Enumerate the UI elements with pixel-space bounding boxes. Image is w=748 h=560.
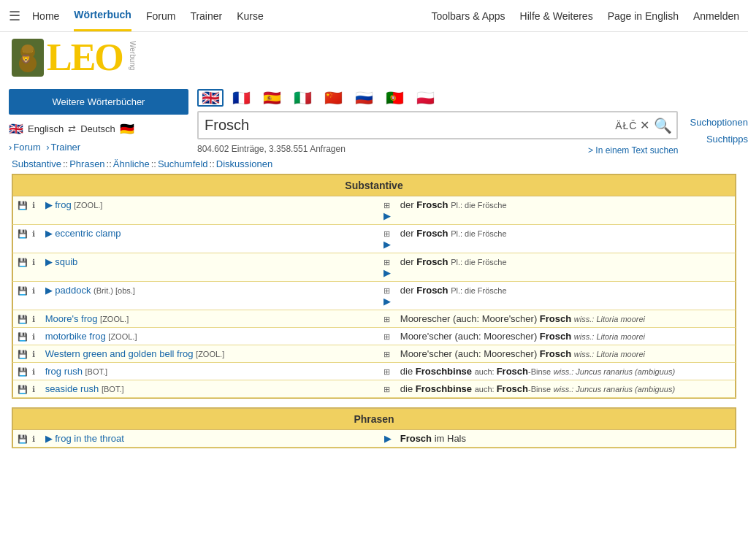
de-copy-icon[interactable]: ⊞ <box>383 350 390 358</box>
save-icon[interactable]: 💾 <box>18 258 28 266</box>
nav-worterbuch[interactable]: Wörterbuch <box>74 0 131 31</box>
flag-btn-fr[interactable]: 🇫🇷 <box>228 89 254 107</box>
de-copy-icon[interactable]: ⊞ <box>383 286 390 295</box>
info-icon[interactable]: ℹ <box>32 385 35 394</box>
table-row: 💾 ℹ ▶ squib ⊞ ▶ der Frosch Pl.: die Frös… <box>13 253 736 282</box>
weitere-worterbuch-button[interactable]: Weitere Wörterbücher <box>9 89 188 115</box>
flag-btn-pl[interactable]: 🇵🇱 <box>412 89 438 107</box>
en-word[interactable]: frog rush <box>45 366 83 377</box>
lang-to-label: Deutsch <box>80 123 115 134</box>
de-play-icon[interactable]: ▶ <box>383 239 391 250</box>
en-word[interactable]: seaside rush <box>45 383 99 394</box>
de-play-icon[interactable]: ▶ <box>383 296 391 307</box>
nav-english[interactable]: Page in English <box>608 10 679 22</box>
de-play-icon[interactable]: ▶ <box>383 267 391 278</box>
suchtipps-link[interactable]: Suchtipps <box>690 134 748 145</box>
de-copy-icon[interactable]: ⊞ <box>383 367 390 376</box>
nav-toolbars[interactable]: Toolbars & Apps <box>431 10 505 22</box>
flag-btn-ru[interactable]: 🇷🇺 <box>351 89 377 107</box>
info-icon[interactable]: ℹ <box>32 258 35 266</box>
info-icon[interactable]: ℹ <box>32 367 35 376</box>
tab-ahnliche[interactable]: Ähnliche <box>113 158 150 169</box>
flag-btn-en[interactable]: 🇬🇧 <box>197 89 224 107</box>
results-area: Substantive :: Phrasen :: Ähnliche :: Su… <box>0 158 748 469</box>
flag-btn-es[interactable]: 🇪🇸 <box>259 89 285 107</box>
save-icon[interactable]: 💾 <box>18 332 28 341</box>
table-row: 💾 ℹ seaside rush [BOT.] ⊞ die Froschbins… <box>13 380 736 398</box>
nav-hilfe[interactable]: Hilfe & Weiteres <box>520 10 593 22</box>
nav-forum[interactable]: Forum <box>146 1 175 31</box>
lion-icon: 🦁 <box>12 39 44 77</box>
de-play-icon[interactable]: ▶ <box>383 210 391 221</box>
en-word[interactable]: frog <box>55 199 71 210</box>
nav-home[interactable]: Home <box>32 1 59 31</box>
table-row: 💾 ℹ ▶ paddock (Brit.) [obs.] ⊞ ▶ der Fro… <box>13 282 736 310</box>
nav-trainer[interactable]: Trainer <box>190 1 222 31</box>
search-icon[interactable]: 🔍 <box>654 117 672 134</box>
play-icon[interactable]: ▶ <box>45 285 53 296</box>
info-icon[interactable]: ℹ <box>32 229 35 238</box>
table-row: 💾 ℹ ▶ frog [ZOOL.] ⊞ ▶ der Frosch P <box>13 196 736 225</box>
de-copy-icon[interactable]: ⊞ <box>383 258 390 266</box>
substantive-table: Substantive 💾 ℹ ▶ frog [ZOOL.] <box>12 174 736 398</box>
nav-kurse[interactable]: Kurse <box>237 1 264 31</box>
tab-substantive[interactable]: Substantive <box>12 158 61 169</box>
en-word[interactable]: paddock <box>55 285 91 296</box>
save-icon[interactable]: 💾 <box>18 367 28 376</box>
save-icon[interactable]: 💾 <box>18 201 28 210</box>
flag-btn-cn[interactable]: 🇨🇳 <box>320 89 346 107</box>
sidebar-trainer-link[interactable]: Trainer <box>50 142 80 153</box>
en-word[interactable]: motorbike frog <box>45 331 106 342</box>
play-icon[interactable]: ▶ <box>45 433 53 444</box>
save-icon[interactable]: 💾 <box>18 385 28 394</box>
search-input[interactable] <box>203 114 615 137</box>
en-phrase[interactable]: frog in the throat <box>55 433 124 444</box>
text-search-link[interactable]: > In einem Text suchen <box>588 145 679 156</box>
de-play-icon[interactable]: ▶ <box>384 433 392 444</box>
sidebar-forum-link[interactable]: Forum <box>13 142 41 153</box>
table-row: 💾 ℹ motorbike frog [ZOOL.] ⊞ Moore'scher… <box>13 328 736 345</box>
en-word[interactable]: squib <box>55 256 77 267</box>
flag-de: 🇩🇪 <box>120 122 134 136</box>
substantive-table-container: Substantive 💾 ℹ ▶ frog [ZOOL.] <box>12 174 736 399</box>
tab-phrasen[interactable]: Phrasen <box>69 158 104 169</box>
results-tabs: Substantive :: Phrasen :: Ähnliche :: Su… <box>12 158 736 169</box>
en-word[interactable]: eccentric clamp <box>55 228 121 239</box>
save-icon[interactable]: 💾 <box>18 350 28 358</box>
save-icon[interactable]: 💾 <box>18 434 28 443</box>
nav-right: Toolbars & Apps Hilfe & Weiteres Page in… <box>431 10 739 22</box>
de-copy-icon[interactable]: ⊞ <box>383 229 390 238</box>
en-word[interactable]: Western green and golden bell frog <box>45 348 194 359</box>
de-plural: Pl.: die Frösche <box>451 286 506 295</box>
table-row: 💾 ℹ ▶ eccentric clamp ⊞ ▶ der Frosch Pl.… <box>13 225 736 253</box>
tab-suchumfeld[interactable]: Suchumfeld <box>158 158 208 169</box>
werbung-label: Werbung <box>129 38 137 70</box>
play-icon[interactable]: ▶ <box>45 228 53 239</box>
de-article: der <box>400 228 416 239</box>
en-word[interactable]: Moore's frog <box>45 313 98 324</box>
info-icon[interactable]: ℹ <box>32 286 35 295</box>
de-copy-icon[interactable]: ⊞ <box>383 332 390 341</box>
info-icon[interactable]: ℹ <box>32 434 35 443</box>
clear-icon[interactable]: ✕ <box>640 118 649 132</box>
save-icon[interactable]: 💾 <box>18 286 28 295</box>
de-copy-icon[interactable]: ⊞ <box>383 315 390 323</box>
flag-btn-it[interactable]: 🇮🇹 <box>289 89 316 107</box>
save-icon[interactable]: 💾 <box>18 229 28 238</box>
info-icon[interactable]: ℹ <box>32 201 35 210</box>
de-copy-icon[interactable]: ⊞ <box>383 201 390 210</box>
de-copy-icon[interactable]: ⊞ <box>383 385 390 394</box>
flag-btn-pt[interactable]: 🇵🇹 <box>381 89 408 107</box>
suchoptionen-link[interactable]: Suchoptionen <box>690 117 748 128</box>
atc-label[interactable]: ÄŁČ <box>615 120 637 131</box>
tab-diskussionen[interactable]: Diskussionen <box>216 158 272 169</box>
info-icon[interactable]: ℹ <box>32 350 35 358</box>
play-icon[interactable]: ▶ <box>45 199 53 210</box>
nav-anmelden[interactable]: Anmelden <box>693 10 739 22</box>
info-icon[interactable]: ℹ <box>32 332 35 341</box>
forum-chevron: › <box>9 142 12 153</box>
hamburger-icon[interactable]: ☰ <box>9 8 20 24</box>
info-icon[interactable]: ℹ <box>32 315 35 323</box>
play-icon[interactable]: ▶ <box>45 256 53 267</box>
save-icon[interactable]: 💾 <box>18 315 28 323</box>
